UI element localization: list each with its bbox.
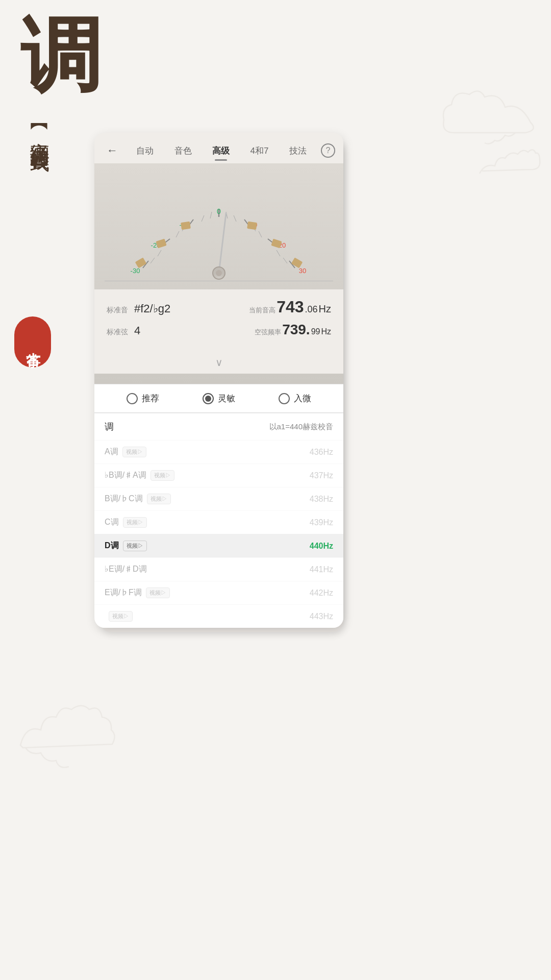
- tuner-section: -30 -20 -10 0 10 20: [94, 163, 343, 384]
- key-list: A调 视频▷ 436Hz ♭B调/♯A调 视频▷ 437Hz B调/♭C调 视频…: [94, 440, 343, 628]
- pitch-row: 标准音 #f2/♭g2 当前音高 743 .06 Hz: [107, 298, 331, 316]
- svg-line-16: [176, 231, 179, 237]
- svg-text:-30: -30: [131, 267, 140, 275]
- svg-line-22: [259, 231, 262, 237]
- cloud-decoration-top: [439, 82, 541, 184]
- radio-recommend[interactable]: [127, 393, 138, 404]
- key-freq-3: 439Hz: [310, 518, 333, 527]
- svg-line-19: [210, 212, 212, 218]
- key-row-1[interactable]: ♭B调/♯A调 视频▷ 437Hz: [94, 463, 343, 487]
- instrument-badge: 古筝: [14, 316, 51, 368]
- video-badge-6[interactable]: 视频▷: [146, 587, 170, 598]
- help-button[interactable]: ?: [321, 143, 335, 158]
- key-row-2[interactable]: B调/♭C调 视频▷ 438Hz: [94, 487, 343, 510]
- cloud-decoration-bottom: [10, 689, 122, 801]
- standard-note-value: #f2/♭g2: [134, 302, 170, 315]
- svg-line-21: [277, 250, 280, 256]
- key-row-7[interactable]: 视频▷ 443Hz: [94, 604, 343, 628]
- video-badge-1[interactable]: 视频▷: [151, 470, 174, 481]
- key-freq-2: 438Hz: [310, 495, 333, 504]
- open-string-freq-unit: Hz: [321, 327, 331, 336]
- video-badge-4[interactable]: 视频▷: [123, 541, 147, 551]
- key-name-6: E调/♭F调: [105, 587, 142, 598]
- current-pitch-large: 743: [277, 298, 304, 316]
- standard-string-value: 4: [134, 324, 140, 337]
- video-badge-2[interactable]: 视频▷: [147, 494, 171, 504]
- key-row-4-left: D调 视频▷: [105, 541, 147, 551]
- tab-advanced[interactable]: 高级: [209, 143, 233, 159]
- svg-rect-28: [181, 222, 191, 230]
- current-pitch-unit: Hz: [319, 303, 331, 315]
- key-name-3: C调: [105, 517, 119, 528]
- bracket-close: 】: [29, 146, 51, 149]
- expand-chevron-icon: ∨: [215, 356, 223, 369]
- key-freq-6: 442Hz: [310, 589, 333, 598]
- svg-text:30: 30: [299, 267, 306, 275]
- tab-technique[interactable]: 技法: [286, 143, 310, 159]
- key-freq-0: 436Hz: [310, 448, 333, 457]
- key-header-title: 调: [105, 421, 114, 433]
- info-section: 标准音 #f2/♭g2 当前音高 743 .06 Hz 标准弦 4: [94, 289, 343, 351]
- key-row-5-left: ♭E调/♯D调: [105, 564, 147, 575]
- svg-line-24: [234, 215, 236, 222]
- sensitivity-option-sensitive[interactable]: 灵敏: [203, 393, 235, 404]
- key-name-1: ♭B调/♯A调: [105, 470, 146, 481]
- svg-line-32: [219, 213, 226, 273]
- key-freq-5: 441Hz: [310, 565, 333, 574]
- key-freq-1: 437Hz: [310, 471, 333, 480]
- open-string-freq-large: 739.: [282, 322, 310, 338]
- video-badge-7[interactable]: 视频▷: [109, 611, 133, 622]
- key-freq-7: 443Hz: [310, 612, 333, 621]
- key-row-4[interactable]: D调 视频▷ 440Hz: [94, 534, 343, 557]
- sensitivity-section: 推荐 灵敏 入微: [94, 384, 343, 412]
- key-row-6[interactable]: E调/♭F调 视频▷ 442Hz: [94, 581, 343, 604]
- tab-timbre[interactable]: 音色: [171, 143, 195, 159]
- svg-text:0: 0: [217, 207, 221, 215]
- open-string-freq-label: 空弦频率: [255, 328, 281, 337]
- svg-point-34: [216, 270, 222, 276]
- gauge-container: -30 -20 -10 0 10 20: [94, 168, 343, 281]
- tab-auto[interactable]: 自动: [133, 143, 157, 159]
- key-name-5: ♭E调/♯D调: [105, 564, 147, 575]
- svg-line-14: [151, 258, 155, 263]
- key-row-0-left: A调 视频▷: [105, 447, 146, 457]
- expand-button[interactable]: ∨: [94, 351, 343, 374]
- current-pitch-label: 当前音高: [249, 306, 276, 315]
- key-freq-4: 440Hz: [310, 542, 333, 551]
- nav-bar: ← 自动 音色 高级 4和7 技法 ?: [94, 133, 343, 163]
- bracket-open: 【: [29, 117, 51, 119]
- video-badge-3[interactable]: 视频▷: [123, 517, 147, 528]
- tab-4and7[interactable]: 4和7: [247, 143, 271, 159]
- standard-string-label: 标准弦: [107, 328, 128, 337]
- radio-fine[interactable]: [279, 393, 290, 404]
- sensitivity-sensitive-label: 灵敏: [218, 393, 235, 404]
- svg-line-18: [202, 215, 204, 222]
- nav-tabs: 自动 音色 高级 4和7 技法: [126, 143, 317, 159]
- string-row: 标准弦 4 空弦频率 739. 99 Hz: [107, 322, 331, 338]
- sensitivity-recommend-label: 推荐: [142, 393, 159, 404]
- radio-sensitive[interactable]: [203, 393, 214, 404]
- open-string-freq-decimal: 99: [311, 327, 320, 336]
- key-row-1-left: ♭B调/♯A调 视频▷: [105, 470, 174, 481]
- key-name-4: D调: [105, 541, 119, 551]
- key-header: 调 以a1=440赫兹校音: [94, 413, 343, 440]
- standard-note-label: 标准音: [107, 306, 128, 315]
- main-card: ← 自动 音色 高级 4和7 技法 ?: [94, 133, 343, 628]
- subtitle-text: 高级调音模式: [29, 127, 51, 139]
- sensitivity-option-recommend[interactable]: 推荐: [127, 393, 159, 404]
- key-header-subtitle: 以a1=440赫兹校音: [269, 422, 333, 432]
- key-row-0[interactable]: A调 视频▷ 436Hz: [94, 440, 343, 463]
- video-badge-0[interactable]: 视频▷: [122, 447, 146, 457]
- key-row-6-left: E调/♭F调 视频▷: [105, 587, 170, 598]
- key-row-7-left: 视频▷: [105, 611, 133, 622]
- svg-line-15: [158, 250, 161, 256]
- back-button[interactable]: ←: [103, 142, 122, 159]
- key-name-2: B调/♭C调: [105, 494, 143, 504]
- key-name-0: A调: [105, 447, 118, 457]
- key-row-5[interactable]: ♭E调/♯D调 441Hz: [94, 557, 343, 581]
- sensitivity-option-fine[interactable]: 入微: [279, 393, 311, 404]
- svg-line-20: [283, 258, 287, 263]
- key-row-3[interactable]: C调 视频▷ 439Hz: [94, 510, 343, 534]
- app-title-char: 调: [20, 15, 102, 97]
- sensitivity-fine-label: 入微: [294, 393, 311, 404]
